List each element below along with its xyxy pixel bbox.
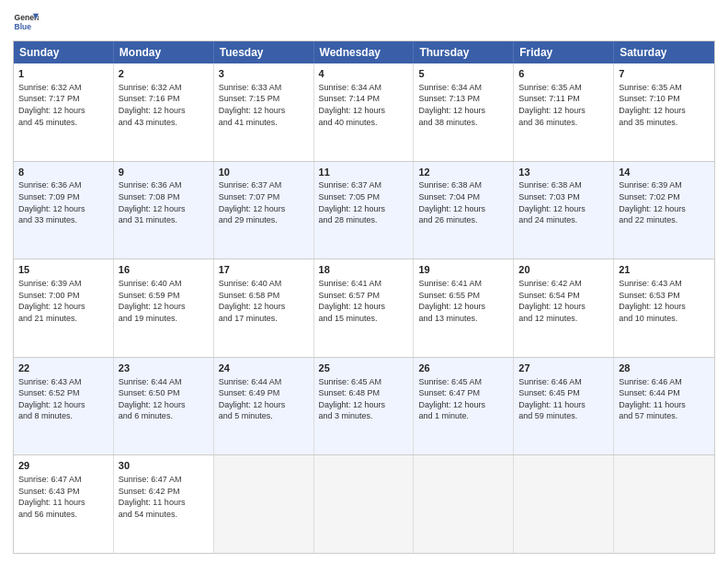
calendar-cell: 15Sunrise: 6:39 AM Sunset: 7:00 PM Dayli… — [14, 259, 114, 357]
day-number: 7 — [619, 67, 710, 81]
day-info: Sunrise: 6:44 AM Sunset: 6:50 PM Dayligh… — [119, 376, 209, 422]
page: General Blue SundayMondayTuesdayWednesda… — [0, 0, 728, 563]
calendar-cell: 19Sunrise: 6:41 AM Sunset: 6:55 PM Dayli… — [414, 259, 514, 357]
calendar-cell: 2Sunrise: 6:32 AM Sunset: 7:16 PM Daylig… — [114, 63, 214, 161]
calendar-cell: 3Sunrise: 6:33 AM Sunset: 7:15 PM Daylig… — [214, 63, 314, 161]
day-number: 3 — [219, 67, 309, 81]
calendar-header-cell: Saturday — [614, 41, 714, 63]
svg-text:Blue: Blue — [15, 22, 32, 31]
calendar-cell: 21Sunrise: 6:43 AM Sunset: 6:53 PM Dayli… — [614, 259, 714, 357]
calendar-week: 1Sunrise: 6:32 AM Sunset: 7:17 PM Daylig… — [14, 63, 714, 161]
day-info: Sunrise: 6:43 AM Sunset: 6:53 PM Dayligh… — [619, 278, 710, 324]
day-number: 11 — [319, 166, 409, 179]
calendar-cell: 14Sunrise: 6:39 AM Sunset: 7:02 PM Dayli… — [614, 162, 714, 259]
day-number: 23 — [119, 362, 209, 375]
calendar-header-cell: Tuesday — [214, 41, 314, 63]
day-info: Sunrise: 6:43 AM Sunset: 6:52 PM Dayligh… — [18, 376, 108, 422]
day-info: Sunrise: 6:34 AM Sunset: 7:13 PM Dayligh… — [418, 82, 508, 128]
day-info: Sunrise: 6:41 AM Sunset: 6:57 PM Dayligh… — [319, 278, 409, 324]
day-info: Sunrise: 6:34 AM Sunset: 7:14 PM Dayligh… — [319, 82, 409, 128]
calendar-cell: 18Sunrise: 6:41 AM Sunset: 6:57 PM Dayli… — [314, 259, 415, 357]
calendar: SundayMondayTuesdayWednesdayThursdayFrid… — [13, 40, 715, 554]
calendar-cell: 29Sunrise: 6:47 AM Sunset: 6:43 PM Dayli… — [14, 455, 114, 553]
day-info: Sunrise: 6:46 AM Sunset: 6:44 PM Dayligh… — [619, 376, 710, 422]
calendar-cell: 17Sunrise: 6:40 AM Sunset: 6:58 PM Dayli… — [214, 259, 314, 357]
day-number: 16 — [119, 263, 209, 277]
day-number: 17 — [219, 263, 309, 277]
calendar-cell: 6Sunrise: 6:35 AM Sunset: 7:11 PM Daylig… — [514, 63, 614, 161]
calendar-cell: 9Sunrise: 6:36 AM Sunset: 7:08 PM Daylig… — [114, 162, 214, 259]
calendar-cell: 7Sunrise: 6:35 AM Sunset: 7:10 PM Daylig… — [614, 63, 714, 161]
day-number: 5 — [418, 67, 508, 81]
day-number: 1 — [18, 67, 108, 81]
day-number: 8 — [18, 166, 108, 179]
day-number: 21 — [619, 263, 710, 277]
calendar-cell: 13Sunrise: 6:38 AM Sunset: 7:03 PM Dayli… — [514, 162, 614, 259]
calendar-cell: 5Sunrise: 6:34 AM Sunset: 7:13 PM Daylig… — [414, 63, 514, 161]
day-number: 9 — [119, 166, 209, 179]
header: General Blue — [13, 9, 715, 35]
day-number: 14 — [619, 166, 710, 179]
day-number: 28 — [619, 362, 710, 375]
calendar-header-cell: Thursday — [414, 41, 514, 63]
day-number: 30 — [119, 459, 209, 473]
day-info: Sunrise: 6:33 AM Sunset: 7:15 PM Dayligh… — [219, 82, 309, 128]
calendar-cell — [314, 455, 415, 553]
day-info: Sunrise: 6:37 AM Sunset: 7:05 PM Dayligh… — [319, 179, 409, 225]
calendar-week: 29Sunrise: 6:47 AM Sunset: 6:43 PM Dayli… — [14, 454, 714, 553]
day-info: Sunrise: 6:32 AM Sunset: 7:16 PM Dayligh… — [119, 82, 209, 128]
calendar-week: 15Sunrise: 6:39 AM Sunset: 7:00 PM Dayli… — [14, 259, 714, 357]
day-number: 22 — [18, 362, 108, 375]
day-number: 24 — [219, 362, 309, 375]
day-info: Sunrise: 6:47 AM Sunset: 6:43 PM Dayligh… — [18, 474, 108, 520]
day-number: 2 — [119, 67, 209, 81]
day-info: Sunrise: 6:42 AM Sunset: 6:54 PM Dayligh… — [518, 278, 609, 324]
calendar-cell — [614, 455, 714, 553]
day-info: Sunrise: 6:37 AM Sunset: 7:07 PM Dayligh… — [219, 179, 309, 225]
day-info: Sunrise: 6:46 AM Sunset: 6:45 PM Dayligh… — [518, 376, 609, 422]
day-number: 19 — [418, 263, 508, 277]
day-info: Sunrise: 6:38 AM Sunset: 7:03 PM Dayligh… — [518, 179, 609, 225]
calendar-body: 1Sunrise: 6:32 AM Sunset: 7:17 PM Daylig… — [14, 63, 714, 553]
day-info: Sunrise: 6:38 AM Sunset: 7:04 PM Dayligh… — [418, 179, 508, 225]
calendar-header-cell: Wednesday — [314, 41, 415, 63]
calendar-header: SundayMondayTuesdayWednesdayThursdayFrid… — [14, 41, 714, 63]
logo: General Blue — [13, 9, 39, 35]
calendar-cell: 16Sunrise: 6:40 AM Sunset: 6:59 PM Dayli… — [114, 259, 214, 357]
calendar-cell: 25Sunrise: 6:45 AM Sunset: 6:48 PM Dayli… — [314, 358, 415, 455]
calendar-cell: 1Sunrise: 6:32 AM Sunset: 7:17 PM Daylig… — [14, 63, 114, 161]
day-info: Sunrise: 6:39 AM Sunset: 7:02 PM Dayligh… — [619, 179, 710, 225]
calendar-cell — [414, 455, 514, 553]
day-info: Sunrise: 6:39 AM Sunset: 7:00 PM Dayligh… — [18, 278, 108, 324]
logo-icon: General Blue — [13, 9, 39, 35]
calendar-cell: 4Sunrise: 6:34 AM Sunset: 7:14 PM Daylig… — [314, 63, 415, 161]
day-info: Sunrise: 6:32 AM Sunset: 7:17 PM Dayligh… — [18, 82, 108, 128]
calendar-cell: 24Sunrise: 6:44 AM Sunset: 6:49 PM Dayli… — [214, 358, 314, 455]
calendar-cell: 23Sunrise: 6:44 AM Sunset: 6:50 PM Dayli… — [114, 358, 214, 455]
calendar-cell: 22Sunrise: 6:43 AM Sunset: 6:52 PM Dayli… — [14, 358, 114, 455]
day-info: Sunrise: 6:40 AM Sunset: 6:59 PM Dayligh… — [119, 278, 209, 324]
day-number: 15 — [18, 263, 108, 277]
calendar-week: 22Sunrise: 6:43 AM Sunset: 6:52 PM Dayli… — [14, 357, 714, 455]
day-number: 29 — [18, 459, 108, 473]
calendar-week: 8Sunrise: 6:36 AM Sunset: 7:09 PM Daylig… — [14, 161, 714, 259]
calendar-cell: 20Sunrise: 6:42 AM Sunset: 6:54 PM Dayli… — [514, 259, 614, 357]
day-number: 20 — [518, 263, 609, 277]
day-info: Sunrise: 6:35 AM Sunset: 7:10 PM Dayligh… — [619, 82, 710, 128]
day-info: Sunrise: 6:36 AM Sunset: 7:08 PM Dayligh… — [119, 179, 209, 225]
calendar-header-cell: Sunday — [14, 41, 114, 63]
day-info: Sunrise: 6:45 AM Sunset: 6:47 PM Dayligh… — [418, 376, 508, 422]
day-info: Sunrise: 6:45 AM Sunset: 6:48 PM Dayligh… — [319, 376, 409, 422]
day-number: 6 — [518, 67, 609, 81]
day-number: 10 — [219, 166, 309, 179]
calendar-header-cell: Monday — [114, 41, 214, 63]
day-info: Sunrise: 6:44 AM Sunset: 6:49 PM Dayligh… — [219, 376, 309, 422]
calendar-cell: 11Sunrise: 6:37 AM Sunset: 7:05 PM Dayli… — [314, 162, 415, 259]
calendar-header-cell: Friday — [514, 41, 614, 63]
day-number: 26 — [418, 362, 508, 375]
calendar-cell — [514, 455, 614, 553]
calendar-cell: 26Sunrise: 6:45 AM Sunset: 6:47 PM Dayli… — [414, 358, 514, 455]
calendar-cell: 10Sunrise: 6:37 AM Sunset: 7:07 PM Dayli… — [214, 162, 314, 259]
day-info: Sunrise: 6:47 AM Sunset: 6:42 PM Dayligh… — [119, 474, 209, 520]
day-number: 13 — [518, 166, 609, 179]
